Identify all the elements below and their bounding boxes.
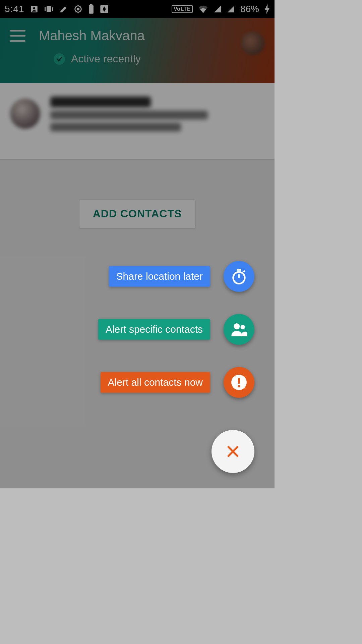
svg-rect-2 [47, 6, 51, 12]
fab-label-alert-all[interactable]: Alert all contacts now [101, 372, 210, 393]
location-target-icon [73, 4, 83, 14]
status-bar-left: 5:41 [5, 4, 109, 14]
contact-avatar [10, 99, 40, 129]
svg-rect-14 [238, 378, 240, 384]
fab-label-alert-specific[interactable]: Alert specific contacts [98, 319, 210, 340]
close-icon [225, 444, 241, 459]
fab-alert-specific[interactable] [224, 314, 254, 345]
add-contacts-button[interactable]: ADD CONTACTS [79, 199, 196, 228]
svg-point-6 [77, 8, 79, 10]
fab-row-alert-all: Alert all contacts now [101, 367, 254, 398]
battery-icon [88, 4, 94, 14]
contact-card-icon [30, 5, 39, 13]
contact-name-blurred [50, 97, 151, 107]
stopwatch-icon [230, 268, 248, 285]
edit-icon [59, 5, 68, 13]
svg-rect-8 [90, 4, 92, 5]
presence-row: Active recently [0, 53, 275, 65]
fab-label-share-later[interactable]: Share location later [109, 266, 210, 287]
photos-icon [100, 4, 109, 14]
vibrate-icon [44, 5, 54, 13]
contact-text-block [50, 97, 208, 146]
fab-close[interactable] [212, 430, 254, 473]
svg-rect-3 [45, 7, 46, 11]
svg-point-1 [33, 7, 35, 9]
svg-point-12 [241, 325, 245, 330]
alert-circle-icon [231, 374, 247, 391]
fab-alert-all[interactable] [224, 367, 254, 398]
svg-point-11 [234, 323, 240, 329]
svg-rect-4 [52, 7, 53, 11]
fab-share-later[interactable] [224, 261, 254, 292]
contact-email-blurred [50, 111, 208, 119]
svg-point-15 [238, 385, 240, 387]
contact-status-blurred [50, 123, 181, 131]
check-circle-icon [54, 53, 65, 65]
fab-row-share-later: Share location later [109, 261, 255, 292]
page-title: Mahesh Makvana [39, 28, 145, 43]
status-clock: 5:41 [5, 4, 24, 14]
svg-point-10 [233, 272, 245, 284]
fab-row-alert-specific: Alert specific contacts [98, 314, 254, 345]
svg-rect-7 [89, 5, 94, 13]
menu-icon[interactable] [10, 30, 25, 42]
status-bar: 5:41 VoLTE 86% [0, 0, 275, 18]
presence-text: Active recently [71, 53, 141, 65]
fab-menu: Share location later Alert specific cont… [98, 261, 254, 473]
people-icon [230, 320, 248, 338]
charging-bolt-icon [264, 4, 270, 14]
wifi-icon [198, 5, 208, 13]
signal-2-icon [227, 5, 235, 13]
battery-percent: 86% [240, 4, 259, 14]
contact-card[interactable] [0, 83, 275, 160]
app-header: Mahesh Makvana Active recently [0, 18, 275, 83]
signal-1-icon [214, 5, 222, 13]
avatar[interactable] [241, 32, 264, 55]
volte-badge: VoLTE [172, 5, 193, 13]
status-bar-right: VoLTE 86% [172, 4, 270, 14]
